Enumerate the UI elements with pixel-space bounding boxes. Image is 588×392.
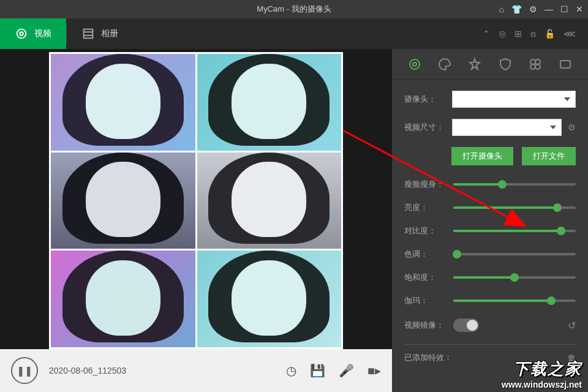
mic-icon[interactable]: 🎤 <box>339 363 354 378</box>
titlebar-controls: ⌂ 👕 ⚙ — ☐ ✕ <box>499 0 583 18</box>
camera-select[interactable] <box>452 91 576 108</box>
svg-point-9 <box>530 64 535 69</box>
timer-icon[interactable]: ◷ <box>286 363 296 378</box>
contrast-label: 对比度： <box>404 225 446 236</box>
app-title: MyCam - 我的摄像头 <box>257 4 331 15</box>
slim-label: 瘦脸瘦身： <box>404 179 446 190</box>
minimize-icon[interactable]: — <box>545 4 553 14</box>
side-tab-clover[interactable] <box>526 55 545 74</box>
grid-icon[interactable]: ⊞ <box>514 29 522 39</box>
camera-label: 摄像头： <box>404 94 446 105</box>
lock-icon[interactable]: 🔓 <box>545 29 555 39</box>
svg-point-5 <box>410 59 420 69</box>
svg-point-6 <box>413 62 417 66</box>
tool-icons: ⌃ ◎ ⊞ ⧈ 🔓 ⋘ <box>483 29 588 39</box>
reset-icon[interactable]: ↺ <box>568 320 576 331</box>
tab-album[interactable]: 相册 <box>67 18 133 49</box>
svg-point-1 <box>20 32 23 36</box>
filename-label: 2020-08-06_112503 <box>49 366 275 375</box>
open-file-button[interactable]: 打开文件 <box>522 147 576 165</box>
video-size-label: 视频尺寸： <box>404 122 446 133</box>
bottom-bar: ❚❚ 2020-08-06_112503 ◷ 💾 🎤 ■▸ <box>0 349 392 392</box>
maximize-icon[interactable]: ☐ <box>560 4 568 14</box>
camera-icon <box>15 27 28 40</box>
preview-cell <box>51 153 195 249</box>
tab-album-label: 相册 <box>101 28 118 39</box>
chevron-down-icon <box>564 97 570 101</box>
preview-area: ❚❚ 2020-08-06_112503 ◷ 💾 🎤 ■▸ <box>0 49 392 392</box>
svg-point-7 <box>530 59 535 64</box>
side-content: 摄像头： 视频尺寸： ⚙ 打开摄像头 打开文件 瘦脸瘦身： 亮度： 对比度 <box>392 80 588 392</box>
pause-button[interactable]: ❚❚ <box>11 357 38 384</box>
svg-rect-2 <box>84 29 93 39</box>
slim-slider[interactable] <box>453 183 576 186</box>
side-tab-frame[interactable] <box>556 55 575 74</box>
save-icon[interactable]: 💾 <box>310 363 325 378</box>
watermark-url: www.windowszj.net <box>502 380 582 390</box>
hue-label: 色调： <box>404 249 446 260</box>
gear-icon[interactable]: ⚙ <box>568 123 576 132</box>
home-icon[interactable]: ⌂ <box>499 4 504 14</box>
svg-point-8 <box>535 59 540 64</box>
shirt-icon[interactable]: 👕 <box>511 4 522 14</box>
svg-point-0 <box>17 29 26 39</box>
settings-icon[interactable]: ⚙ <box>529 4 537 14</box>
brightness-slider[interactable] <box>453 206 576 209</box>
tab-video-label: 视频 <box>34 28 51 39</box>
brightness-label: 亮度： <box>404 202 446 213</box>
preview-cell <box>51 54 195 151</box>
record-icon[interactable]: ■▸ <box>368 363 381 378</box>
svg-rect-11 <box>560 61 570 68</box>
side-tab-palette[interactable] <box>435 55 454 74</box>
side-tab-star[interactable] <box>465 55 484 74</box>
main-area: ❚❚ 2020-08-06_112503 ◷ 💾 🎤 ■▸ 摄像头： <box>0 49 588 392</box>
filmstrip-icon <box>81 27 95 40</box>
share-icon[interactable]: ⋘ <box>564 29 576 39</box>
target-icon[interactable]: ◎ <box>499 29 506 39</box>
main-tabs: 视频 相册 ⌃ ◎ ⊞ ⧈ 🔓 ⋘ <box>0 18 588 49</box>
crop-icon[interactable]: ⧈ <box>530 29 536 39</box>
titlebar: MyCam - 我的摄像头 ⌂ 👕 ⚙ — ☐ ✕ <box>0 0 588 18</box>
saturation-label: 饱和度： <box>404 272 446 283</box>
tab-video[interactable]: 视频 <box>0 18 66 49</box>
side-panel: 摄像头： 视频尺寸： ⚙ 打开摄像头 打开文件 瘦脸瘦身： 亮度： 对比度 <box>392 49 588 392</box>
collapse-icon[interactable]: ⌃ <box>483 29 490 39</box>
preview-cell <box>197 153 342 249</box>
gamma-slider[interactable] <box>453 300 576 302</box>
hue-slider[interactable] <box>453 253 576 255</box>
contrast-slider[interactable] <box>453 230 576 232</box>
close-icon[interactable]: ✕ <box>576 4 583 14</box>
watermark-top: 下载之家 <box>502 358 582 380</box>
preview-cell <box>197 251 342 347</box>
side-tab-camera[interactable] <box>405 55 424 74</box>
video-size-select[interactable] <box>452 119 562 136</box>
watermark: 下载之家 www.windowszj.net <box>502 358 582 390</box>
gamma-label: 伽玛： <box>404 295 446 306</box>
side-tab-mask[interactable] <box>496 55 515 74</box>
preview-cell <box>51 251 195 347</box>
chevron-down-icon <box>550 126 556 129</box>
effects-label: 已添加特效： <box>404 352 452 363</box>
bottom-icons: ◷ 💾 🎤 ■▸ <box>286 363 381 378</box>
svg-point-10 <box>535 64 540 69</box>
mirror-label: 视频镜像： <box>404 320 446 331</box>
preview-canvas <box>49 52 343 349</box>
mirror-toggle[interactable] <box>453 318 479 332</box>
saturation-slider[interactable] <box>453 276 576 279</box>
preview-cell <box>197 54 342 151</box>
side-tabs <box>392 49 588 80</box>
open-camera-button[interactable]: 打开摄像头 <box>451 147 513 165</box>
